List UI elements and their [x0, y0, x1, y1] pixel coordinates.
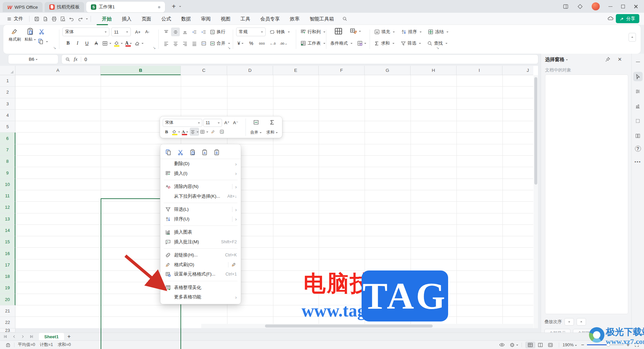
alignment-dialog-launcher-icon[interactable]: ↘: [227, 46, 230, 50]
row-header-15[interactable]: 15: [0, 236, 15, 248]
more-panes-icon[interactable]: •••: [633, 157, 643, 166]
export-icon[interactable]: [41, 15, 50, 23]
redo-icon[interactable]: [76, 15, 85, 23]
align-top-button[interactable]: [162, 28, 170, 36]
context-menu-item-13[interactable]: 格式刷(O): [160, 260, 241, 270]
zoom-out-button[interactable]: −: [581, 342, 584, 348]
mini-font-size-select[interactable]: 11: [203, 119, 222, 127]
menu-tab-插入[interactable]: 插入: [117, 13, 137, 25]
formula-bar[interactable]: fx 0: [62, 55, 538, 64]
mini-fill-color-button[interactable]: [171, 128, 180, 136]
menu-tab-效率[interactable]: 效率: [285, 13, 305, 25]
search-icon[interactable]: [340, 15, 349, 23]
collapse-sidebar-icon[interactable]: [633, 57, 643, 66]
vertical-scrollbar[interactable]: [534, 75, 538, 328]
context-menu-item-14[interactable]: 设置单元格格式(F)...Ctrl+1: [160, 269, 241, 279]
quick-access-chevron-icon[interactable]: [86, 18, 88, 20]
context-menu-item-17[interactable]: 更多表格功能›: [160, 292, 241, 302]
row-header-8[interactable]: 8: [0, 156, 15, 167]
row-header-20[interactable]: 20: [0, 294, 15, 305]
bold-button[interactable]: B: [64, 39, 72, 48]
previous-sheet-icon[interactable]: [12, 335, 16, 339]
mini-bold-button[interactable]: B: [163, 128, 170, 136]
selection-pane-tab-icon[interactable]: [633, 72, 643, 81]
align-middle-button[interactable]: [171, 28, 180, 36]
context-menu-item-1[interactable]: 插入(I)›: [160, 169, 241, 179]
minimize-window-icon[interactable]: [608, 6, 612, 7]
normal-view-icon[interactable]: [525, 342, 535, 348]
menu-tab-数据[interactable]: 数据: [176, 13, 196, 25]
distributed-button[interactable]: [199, 39, 208, 48]
app-tab-1[interactable]: 找稻壳模板: [45, 2, 85, 12]
mini-wrap-button[interactable]: [218, 128, 226, 136]
number-format-select[interactable]: 常规: [236, 28, 266, 36]
column-header-C[interactable]: C: [181, 66, 227, 75]
menu-tab-视图[interactable]: 视图: [216, 13, 235, 25]
mini-align-button[interactable]: [190, 128, 199, 136]
menu-tab-工具[interactable]: 工具: [235, 13, 255, 25]
app-tab-0[interactable]: WWPS Office: [3, 2, 43, 12]
context-menu-item-6[interactable]: 筛选(L)›: [160, 205, 241, 214]
vertical-scrollbar-thumb[interactable]: [534, 77, 537, 185]
column-header-H[interactable]: H: [411, 66, 457, 75]
wrap-text-button[interactable]: 换行: [209, 28, 226, 36]
decrease-indent-button[interactable]: [190, 28, 199, 36]
row-header-10[interactable]: 10: [0, 179, 15, 190]
context-menu-item-10[interactable]: 插入批注(M)Shift+F2: [160, 237, 241, 247]
mini-font-color-button[interactable]: A: [181, 128, 189, 136]
zoom-level[interactable]: 190%: [562, 342, 577, 347]
cut-button[interactable]: [38, 28, 45, 35]
close-window-icon[interactable]: [634, 4, 638, 9]
context-menu-item-0[interactable]: 删除(D)›: [160, 159, 241, 169]
grow-font-button[interactable]: A+: [133, 28, 142, 36]
font-name-select[interactable]: 宋体: [62, 28, 109, 36]
row-header-21[interactable]: 21: [0, 305, 15, 317]
font-color-button[interactable]: A: [124, 39, 133, 48]
rows-columns-button[interactable]: 行和列: [299, 28, 326, 36]
context-menu-item-3[interactable]: 清除内容(N)›: [160, 182, 241, 192]
row-header-6[interactable]: 6: [0, 133, 15, 144]
column-header-J[interactable]: J: [502, 66, 533, 75]
column-header-B[interactable]: B: [101, 66, 181, 75]
editing-dialog-launcher-icon[interactable]: ↘: [436, 46, 439, 50]
row-header-4[interactable]: 4: [0, 110, 15, 121]
macro-record-icon[interactable]: [5, 342, 11, 348]
spreadsheet-grid[interactable]: ABCDEFGHIJ 12345678910111213141516171819…: [0, 66, 538, 328]
save-icon[interactable]: [32, 15, 41, 23]
column-header-F[interactable]: F: [319, 66, 365, 75]
cell-styles-button[interactable]: [356, 39, 367, 48]
row-header-12[interactable]: 12: [0, 202, 15, 213]
chart-pane-icon[interactable]: [633, 101, 643, 111]
row-header-16[interactable]: 16: [0, 248, 15, 259]
user-avatar[interactable]: [592, 2, 600, 10]
column-header-D[interactable]: D: [227, 66, 273, 75]
next-sheet-icon[interactable]: [21, 335, 25, 339]
align-justify-button[interactable]: [190, 39, 199, 48]
font-dialog-launcher-icon[interactable]: ↘: [153, 46, 156, 50]
font-size-select[interactable]: 11: [111, 28, 131, 36]
paste-special-icon[interactable]: [213, 149, 220, 156]
menu-tab-公式[interactable]: 公式: [156, 13, 176, 25]
row-header-5[interactable]: 5: [0, 121, 15, 133]
copy-icon[interactable]: [165, 149, 172, 156]
collapse-ribbon-button[interactable]: [629, 33, 636, 42]
app-tab-2[interactable]: S工作簿1: [86, 2, 165, 12]
row-header-3[interactable]: 3: [0, 98, 15, 110]
context-menu-item-16[interactable]: 表格整理美化: [160, 283, 241, 293]
pin-icon[interactable]: [605, 56, 610, 62]
menu-tab-页面[interactable]: 页面: [137, 13, 156, 25]
file-menu[interactable]: 文件: [3, 16, 26, 22]
menu-tab-开始[interactable]: 开始: [97, 13, 117, 25]
skin-settings-icon[interactable]: [577, 4, 583, 9]
paste-format-icon[interactable]: [201, 149, 208, 156]
row-header-13[interactable]: 13: [0, 213, 15, 225]
shrink-font-button[interactable]: A-: [143, 28, 152, 36]
select-all-corner[interactable]: [0, 66, 15, 75]
print-icon[interactable]: [50, 15, 58, 23]
percent-format-button[interactable]: %: [247, 39, 256, 48]
help-icon[interactable]: ?: [635, 146, 641, 152]
underline-button[interactable]: U: [83, 39, 91, 48]
increase-indent-button[interactable]: [199, 28, 208, 36]
add-sheet-button[interactable]: +: [67, 333, 71, 340]
menu-tab-审阅[interactable]: 审阅: [196, 13, 216, 25]
